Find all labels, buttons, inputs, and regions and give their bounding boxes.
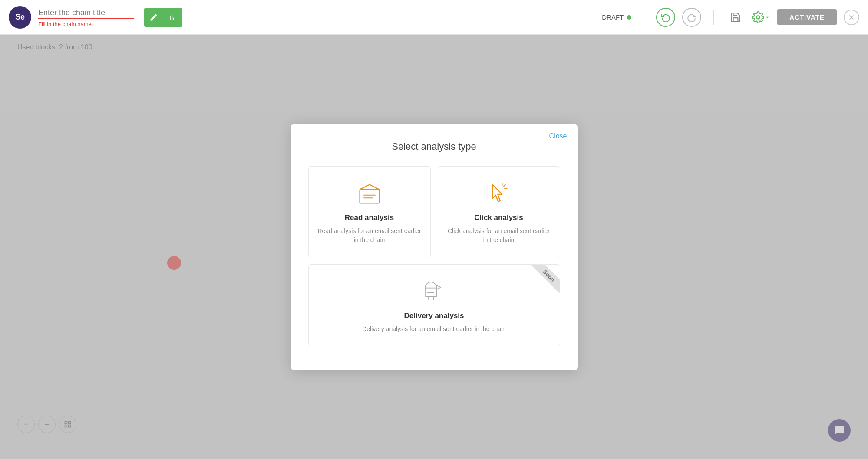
modal-overlay: Select analysis type Close	[0, 35, 868, 459]
draft-badge: DRAFT	[602, 13, 631, 21]
soon-label: Soon	[531, 265, 560, 293]
svg-line-11	[505, 188, 507, 188]
save-button[interactable]	[726, 8, 745, 27]
delivery-analysis-desc: Delivery analysis for an email sent earl…	[362, 325, 506, 334]
settings-button[interactable]	[752, 11, 770, 23]
modal-title: Select analysis type	[308, 141, 560, 152]
close-editor-button[interactable]	[844, 10, 859, 25]
redo-button[interactable]	[682, 8, 701, 27]
mailbox-icon	[422, 279, 446, 305]
read-analysis-title: Read analysis	[345, 213, 394, 222]
logo: Se	[9, 6, 31, 29]
analysis-grid: Read analysis Read analysis for an email…	[308, 166, 560, 346]
click-analysis-card[interactable]: Click analysis Click analysis for an ema…	[438, 166, 560, 257]
activate-button[interactable]: ACTIVATE	[777, 9, 837, 25]
delivery-analysis-title: Delivery analysis	[404, 311, 464, 320]
email-open-icon	[357, 180, 382, 207]
svg-point-0	[757, 16, 760, 19]
read-analysis-desc: Read analysis for an email sent earlier …	[317, 226, 422, 245]
title-area: Fill in the chain name	[38, 7, 134, 27]
header-divider-2	[713, 10, 714, 25]
chain-title-input[interactable]	[38, 7, 134, 19]
modal-close-button[interactable]: Close	[549, 132, 567, 140]
svg-rect-7	[360, 189, 379, 203]
cursor-click-icon	[487, 180, 511, 207]
header-divider	[644, 10, 644, 25]
delivery-analysis-card[interactable]: Soon	[308, 264, 560, 346]
click-analysis-desc: Click analysis for an email sent earlier…	[447, 226, 551, 245]
header: Se Fill in the chain name DRAFT	[0, 0, 868, 35]
toolbar-icons	[144, 8, 182, 27]
read-analysis-card[interactable]: Read analysis Read analysis for an email…	[308, 166, 431, 257]
undo-button[interactable]	[656, 8, 675, 27]
chain-title-error: Fill in the chain name	[38, 21, 134, 27]
svg-rect-13	[425, 288, 437, 296]
analysis-type-modal: Select analysis type Close	[291, 124, 578, 370]
edit-mode-button[interactable]	[144, 8, 163, 27]
stats-mode-button[interactable]	[163, 8, 182, 27]
svg-line-10	[504, 184, 505, 186]
click-analysis-title: Click analysis	[474, 213, 523, 222]
soon-ribbon: Soon	[525, 265, 560, 299]
draft-dot	[627, 15, 631, 20]
